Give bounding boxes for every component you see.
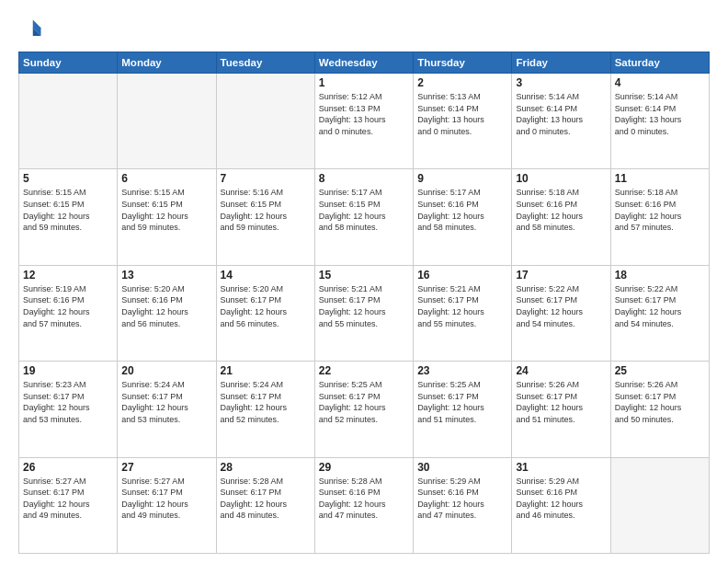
calendar-header-wednesday: Wednesday bbox=[314, 52, 413, 74]
calendar-cell: 26Sunrise: 5:27 AMSunset: 6:17 PMDayligh… bbox=[19, 457, 118, 553]
day-number: 8 bbox=[319, 172, 409, 185]
day-info: Sunrise: 5:22 AMSunset: 6:17 PMDaylight:… bbox=[516, 283, 606, 329]
day-number: 31 bbox=[516, 461, 606, 474]
calendar-cell: 2Sunrise: 5:13 AMSunset: 6:14 PMDaylight… bbox=[414, 74, 512, 169]
day-info: Sunrise: 5:26 AMSunset: 6:17 PMDaylight:… bbox=[516, 379, 606, 425]
calendar-cell: 14Sunrise: 5:20 AMSunset: 6:17 PMDayligh… bbox=[216, 265, 314, 361]
calendar-cell: 10Sunrise: 5:18 AMSunset: 6:16 PMDayligh… bbox=[512, 169, 610, 265]
day-info: Sunrise: 5:13 AMSunset: 6:14 PMDaylight:… bbox=[417, 91, 507, 137]
calendar-cell: 30Sunrise: 5:29 AMSunset: 6:16 PMDayligh… bbox=[414, 457, 512, 553]
day-number: 24 bbox=[516, 364, 606, 377]
header bbox=[18, 17, 710, 42]
calendar-cell: 8Sunrise: 5:17 AMSunset: 6:15 PMDaylight… bbox=[314, 169, 413, 265]
day-info: Sunrise: 5:17 AMSunset: 6:15 PMDaylight:… bbox=[319, 187, 409, 233]
day-info: Sunrise: 5:14 AMSunset: 6:14 PMDaylight:… bbox=[516, 91, 606, 137]
day-number: 29 bbox=[319, 461, 409, 474]
day-number: 4 bbox=[615, 76, 705, 89]
day-number: 22 bbox=[319, 364, 409, 377]
calendar-cell: 4Sunrise: 5:14 AMSunset: 6:14 PMDaylight… bbox=[610, 74, 709, 169]
calendar-cell bbox=[118, 74, 216, 169]
day-number: 13 bbox=[121, 269, 211, 282]
day-number: 25 bbox=[615, 364, 705, 377]
day-number: 9 bbox=[417, 172, 507, 185]
day-number: 17 bbox=[516, 269, 606, 282]
calendar: SundayMondayTuesdayWednesdayThursdayFrid… bbox=[18, 52, 710, 554]
day-number: 21 bbox=[221, 364, 311, 377]
calendar-cell bbox=[216, 74, 314, 169]
day-info: Sunrise: 5:25 AMSunset: 6:17 PMDaylight:… bbox=[417, 379, 507, 425]
calendar-header-tuesday: Tuesday bbox=[216, 52, 314, 74]
calendar-cell: 21Sunrise: 5:24 AMSunset: 6:17 PMDayligh… bbox=[216, 362, 314, 457]
day-number: 1 bbox=[319, 76, 409, 89]
calendar-cell: 11Sunrise: 5:18 AMSunset: 6:16 PMDayligh… bbox=[610, 169, 709, 265]
calendar-cell bbox=[610, 457, 709, 553]
day-number: 18 bbox=[615, 269, 705, 282]
day-number: 14 bbox=[221, 269, 311, 282]
day-info: Sunrise: 5:18 AMSunset: 6:16 PMDaylight:… bbox=[615, 187, 705, 233]
day-info: Sunrise: 5:28 AMSunset: 6:16 PMDaylight:… bbox=[319, 476, 409, 522]
day-number: 7 bbox=[221, 172, 311, 185]
day-info: Sunrise: 5:12 AMSunset: 6:13 PMDaylight:… bbox=[319, 91, 409, 137]
calendar-header-monday: Monday bbox=[118, 52, 216, 74]
calendar-cell: 15Sunrise: 5:21 AMSunset: 6:17 PMDayligh… bbox=[314, 265, 413, 361]
day-number: 10 bbox=[516, 172, 606, 185]
day-info: Sunrise: 5:21 AMSunset: 6:17 PMDaylight:… bbox=[417, 283, 507, 329]
calendar-cell: 22Sunrise: 5:25 AMSunset: 6:17 PMDayligh… bbox=[314, 362, 413, 457]
day-info: Sunrise: 5:14 AMSunset: 6:14 PMDaylight:… bbox=[615, 91, 705, 137]
calendar-cell: 23Sunrise: 5:25 AMSunset: 6:17 PMDayligh… bbox=[414, 362, 512, 457]
calendar-cell: 7Sunrise: 5:16 AMSunset: 6:15 PMDaylight… bbox=[216, 169, 314, 265]
calendar-cell: 18Sunrise: 5:22 AMSunset: 6:17 PMDayligh… bbox=[610, 265, 709, 361]
calendar-cell: 9Sunrise: 5:17 AMSunset: 6:16 PMDaylight… bbox=[414, 169, 512, 265]
day-number: 16 bbox=[417, 269, 507, 282]
day-number: 5 bbox=[23, 172, 113, 185]
calendar-cell: 6Sunrise: 5:15 AMSunset: 6:15 PMDaylight… bbox=[118, 169, 216, 265]
day-info: Sunrise: 5:28 AMSunset: 6:17 PMDaylight:… bbox=[221, 476, 311, 522]
day-number: 28 bbox=[221, 461, 311, 474]
calendar-cell: 13Sunrise: 5:20 AMSunset: 6:16 PMDayligh… bbox=[118, 265, 216, 361]
calendar-week-4: 26Sunrise: 5:27 AMSunset: 6:17 PMDayligh… bbox=[19, 457, 710, 553]
day-number: 11 bbox=[615, 172, 705, 185]
day-info: Sunrise: 5:22 AMSunset: 6:17 PMDaylight:… bbox=[615, 283, 705, 329]
calendar-week-2: 12Sunrise: 5:19 AMSunset: 6:16 PMDayligh… bbox=[19, 265, 710, 361]
calendar-cell: 17Sunrise: 5:22 AMSunset: 6:17 PMDayligh… bbox=[512, 265, 610, 361]
day-info: Sunrise: 5:15 AMSunset: 6:15 PMDaylight:… bbox=[121, 187, 211, 233]
calendar-header-row: SundayMondayTuesdayWednesdayThursdayFrid… bbox=[19, 52, 710, 74]
day-info: Sunrise: 5:17 AMSunset: 6:16 PMDaylight:… bbox=[417, 187, 507, 233]
day-info: Sunrise: 5:29 AMSunset: 6:16 PMDaylight:… bbox=[417, 476, 507, 522]
calendar-cell: 28Sunrise: 5:28 AMSunset: 6:17 PMDayligh… bbox=[216, 457, 314, 553]
day-number: 20 bbox=[121, 364, 211, 377]
calendar-cell: 3Sunrise: 5:14 AMSunset: 6:14 PMDaylight… bbox=[512, 74, 610, 169]
day-number: 15 bbox=[319, 269, 409, 282]
calendar-header-saturday: Saturday bbox=[610, 52, 709, 74]
calendar-cell bbox=[19, 74, 118, 169]
page: SundayMondayTuesdayWednesdayThursdayFrid… bbox=[0, 0, 728, 563]
calendar-header-sunday: Sunday bbox=[19, 52, 118, 74]
calendar-cell: 16Sunrise: 5:21 AMSunset: 6:17 PMDayligh… bbox=[414, 265, 512, 361]
day-number: 30 bbox=[417, 461, 507, 474]
calendar-cell: 20Sunrise: 5:24 AMSunset: 6:17 PMDayligh… bbox=[118, 362, 216, 457]
calendar-cell: 5Sunrise: 5:15 AMSunset: 6:15 PMDaylight… bbox=[19, 169, 118, 265]
day-number: 3 bbox=[516, 76, 606, 89]
day-info: Sunrise: 5:29 AMSunset: 6:16 PMDaylight:… bbox=[516, 476, 606, 522]
calendar-week-0: 1Sunrise: 5:12 AMSunset: 6:13 PMDaylight… bbox=[19, 74, 710, 169]
day-info: Sunrise: 5:21 AMSunset: 6:17 PMDaylight:… bbox=[319, 283, 409, 329]
day-number: 23 bbox=[417, 364, 507, 377]
calendar-cell: 1Sunrise: 5:12 AMSunset: 6:13 PMDaylight… bbox=[314, 74, 413, 169]
day-info: Sunrise: 5:15 AMSunset: 6:15 PMDaylight:… bbox=[23, 187, 113, 233]
day-info: Sunrise: 5:26 AMSunset: 6:17 PMDaylight:… bbox=[615, 379, 705, 425]
calendar-cell: 19Sunrise: 5:23 AMSunset: 6:17 PMDayligh… bbox=[19, 362, 118, 457]
day-info: Sunrise: 5:16 AMSunset: 6:15 PMDaylight:… bbox=[221, 187, 311, 233]
calendar-cell: 12Sunrise: 5:19 AMSunset: 6:16 PMDayligh… bbox=[19, 265, 118, 361]
calendar-cell: 25Sunrise: 5:26 AMSunset: 6:17 PMDayligh… bbox=[610, 362, 709, 457]
day-info: Sunrise: 5:24 AMSunset: 6:17 PMDaylight:… bbox=[221, 379, 311, 425]
calendar-cell: 31Sunrise: 5:29 AMSunset: 6:16 PMDayligh… bbox=[512, 457, 610, 553]
logo-icon bbox=[18, 17, 44, 42]
calendar-header-friday: Friday bbox=[512, 52, 610, 74]
calendar-week-1: 5Sunrise: 5:15 AMSunset: 6:15 PMDaylight… bbox=[19, 169, 710, 265]
calendar-week-3: 19Sunrise: 5:23 AMSunset: 6:17 PMDayligh… bbox=[19, 362, 710, 457]
day-number: 2 bbox=[417, 76, 507, 89]
day-info: Sunrise: 5:20 AMSunset: 6:17 PMDaylight:… bbox=[221, 283, 311, 329]
day-number: 6 bbox=[121, 172, 211, 185]
day-number: 12 bbox=[23, 269, 113, 282]
day-info: Sunrise: 5:18 AMSunset: 6:16 PMDaylight:… bbox=[516, 187, 606, 233]
